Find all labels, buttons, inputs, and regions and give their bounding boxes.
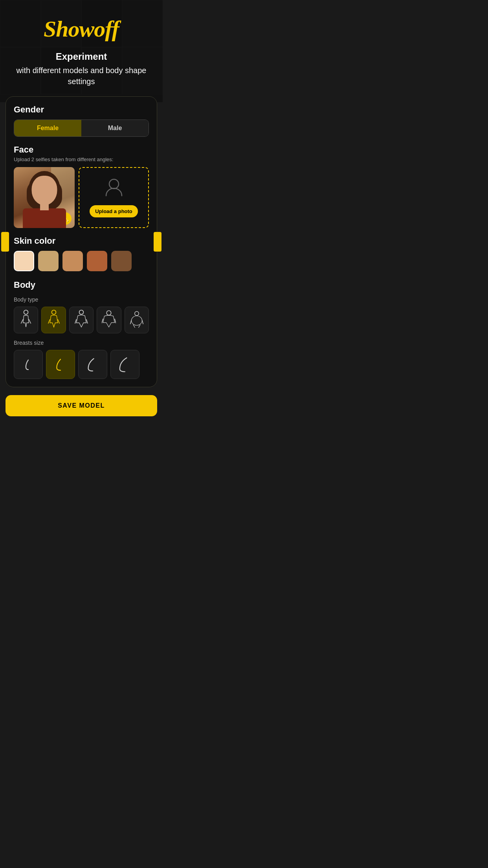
body-type-heavy[interactable] (97, 307, 121, 333)
breasts-size-label: Breasts size (14, 340, 149, 346)
face-photos: ✏️ Upload a photo (14, 167, 149, 228)
skin-color-swatches (14, 251, 149, 271)
skin-color-label: Skin color (14, 236, 149, 246)
tagline-bold: Experiment (8, 50, 155, 63)
svg-point-0 (109, 179, 119, 189)
skin-swatch-2[interactable] (38, 251, 59, 271)
svg-point-13 (135, 311, 139, 316)
svg-line-3 (29, 319, 31, 324)
skin-swatch-3[interactable] (62, 251, 83, 271)
breast-size-large[interactable] (78, 350, 107, 379)
gender-label: Gender (14, 105, 149, 115)
svg-point-7 (79, 310, 84, 314)
gender-male-button[interactable]: Male (81, 120, 149, 136)
breast-size-options (14, 350, 149, 379)
svg-point-10 (107, 311, 111, 315)
body-type-slim[interactable] (14, 307, 38, 333)
body-type-label: Body type (14, 296, 149, 303)
face-label: Face (14, 145, 149, 155)
skin-swatch-1[interactable] (14, 251, 34, 271)
body-type-stocky[interactable] (69, 307, 94, 333)
breast-size-medium[interactable] (46, 350, 75, 379)
body-type-average[interactable] (41, 307, 66, 333)
upload-photo-button[interactable]: Upload a photo (90, 205, 138, 217)
face-subtitle: Upload 2 selfies taken from different an… (14, 156, 149, 162)
face-photo-1[interactable]: ✏️ (14, 167, 75, 228)
gender-toggle: Female Male (14, 120, 149, 137)
settings-card: Gender Female Male Face Upload 2 selfies… (6, 96, 157, 387)
person-placeholder-icon (104, 178, 124, 201)
face-photo-upload-2[interactable]: Upload a photo (79, 167, 149, 228)
breast-size-xlarge[interactable] (110, 350, 139, 379)
body-label: Body (14, 280, 149, 290)
tagline-normal: with different models and body shape set… (8, 65, 155, 87)
svg-point-14 (131, 316, 142, 325)
tagline: Experiment with different models and bod… (0, 50, 163, 87)
svg-line-2 (21, 319, 23, 324)
skin-swatch-5[interactable] (111, 251, 132, 271)
body-type-obese[interactable] (125, 307, 149, 333)
breast-size-small[interactable] (14, 350, 43, 379)
app-title: Showoff (44, 16, 119, 42)
gender-female-button[interactable]: Female (14, 120, 81, 136)
save-model-button[interactable]: SAVE MODEL (6, 395, 157, 416)
body-type-options (14, 307, 149, 333)
svg-point-1 (24, 310, 28, 314)
skin-swatch-4[interactable] (87, 251, 107, 271)
svg-point-4 (51, 310, 56, 314)
